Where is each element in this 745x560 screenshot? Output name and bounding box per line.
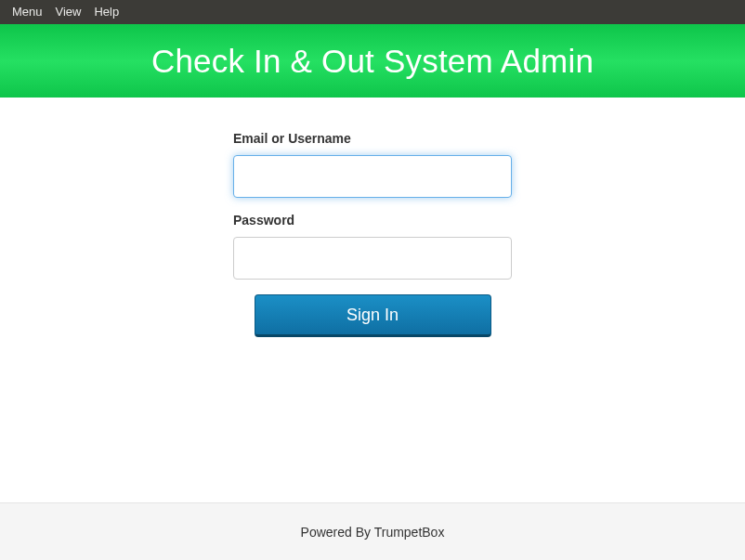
signin-button[interactable]: Sign In xyxy=(255,294,491,337)
password-group: Password xyxy=(233,213,512,280)
footer-text: Powered By TrumpetBox xyxy=(301,525,445,540)
email-label: Email or Username xyxy=(233,131,512,146)
footer: Powered By TrumpetBox xyxy=(0,502,745,560)
page-title: Check In & Out System Admin xyxy=(151,43,594,80)
banner: Check In & Out System Admin xyxy=(0,24,745,98)
menubar: Menu View Help xyxy=(0,0,745,24)
menu-item-help[interactable]: Help xyxy=(87,0,125,24)
menu-item-view[interactable]: View xyxy=(49,0,88,24)
login-form: Email or Username Password Sign In xyxy=(233,131,512,502)
email-group: Email or Username xyxy=(233,131,512,198)
menu-item-menu[interactable]: Menu xyxy=(6,0,49,24)
password-label: Password xyxy=(233,213,512,228)
email-field[interactable] xyxy=(233,155,512,198)
password-field[interactable] xyxy=(233,237,512,280)
content-area: Email or Username Password Sign In xyxy=(0,98,745,502)
